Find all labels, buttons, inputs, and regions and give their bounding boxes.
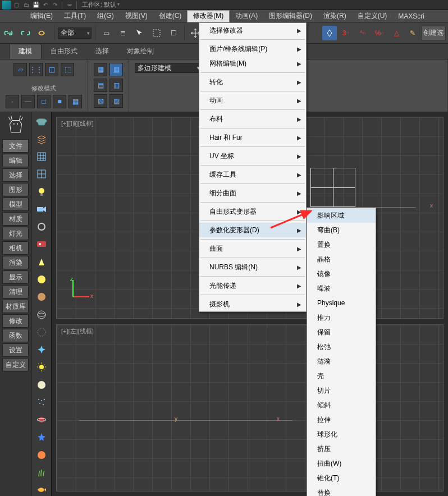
star-icon[interactable] (35, 431, 48, 443)
deformer-保留[interactable]: 保留 (307, 325, 376, 339)
menu-render[interactable]: 渲染(R) (318, 10, 352, 22)
leftpanel-灯光[interactable]: 灯光 (2, 227, 29, 240)
angle-snap-pct-icon[interactable]: %∩ (372, 26, 387, 40)
leftpanel-选择[interactable]: 选择 (2, 168, 29, 182)
link-icon[interactable]: ⫘ (65, 1, 74, 9)
workspace-dropdown-icon[interactable]: ▾ (117, 2, 124, 8)
modmenu-摄影机[interactable]: 摄影机▶ (199, 297, 306, 311)
deformer-壳[interactable]: 壳 (307, 369, 376, 383)
menu-views[interactable]: 视图(V) (120, 10, 153, 22)
leftpanel-渲染[interactable]: 渲染 (2, 256, 29, 269)
grass-icon[interactable] (35, 466, 48, 478)
viewport-left[interactable]: [+][左][线框] x y (56, 324, 444, 492)
modmenu-Hair 和 Fur[interactable]: Hair 和 Fur▶ (199, 130, 306, 145)
deformer-置换[interactable]: 置换 (307, 237, 376, 252)
menu-create[interactable]: 创建(C) (153, 10, 188, 22)
leftpanel-材质[interactable]: 材质 (2, 212, 29, 226)
modmenu-参数化变形器(D)[interactable]: 参数化变形器(D)▶ (199, 223, 306, 237)
menu-group[interactable]: 组(G) (92, 10, 119, 22)
grid-f-icon[interactable]: ▨ (109, 94, 123, 108)
tab-objpaint[interactable]: 对象绘制 (118, 44, 163, 59)
deformer-扭曲(W)[interactable]: 扭曲(W) (307, 456, 376, 471)
leftpanel-自定义[interactable]: 自定义 (2, 358, 29, 371)
cursor-icon[interactable] (132, 26, 147, 40)
sub-el-icon[interactable]: ▦ (68, 95, 82, 108)
sphere-cream-icon[interactable] (35, 379, 48, 391)
deformer-推力[interactable]: 推力 (307, 310, 376, 325)
selection-set-combo[interactable]: 全部 (58, 27, 92, 39)
tab-select[interactable]: 选择 (86, 44, 118, 59)
leftpanel-清理[interactable]: 清理 (2, 285, 29, 298)
deformer-锥化(T)[interactable]: 锥化(T) (307, 471, 376, 485)
leftpanel-模型[interactable]: 模型 (2, 198, 29, 211)
record-icon[interactable] (35, 238, 48, 250)
poly-edge-icon[interactable]: ▱ (13, 63, 27, 76)
modmenu-选择修改器[interactable]: 选择修改器▶ (199, 23, 306, 38)
deformer-替换[interactable]: 替换 (307, 485, 376, 496)
angle-snap-3-icon[interactable]: 3∩ (338, 26, 354, 40)
deformer-切片[interactable]: 切片 (307, 383, 376, 398)
modmenu-曲面[interactable]: 曲面▶ (199, 241, 306, 256)
leftpanel-文件[interactable]: 文件 (2, 139, 29, 153)
leftpanel-设置[interactable]: 设置 (2, 343, 29, 357)
leftpanel-编辑[interactable]: 编辑 (2, 154, 29, 167)
undo-icon[interactable]: ↶ (41, 1, 49, 9)
save-icon[interactable]: 💾 (31, 1, 40, 9)
angle-snap-tri-icon[interactable]: △ (388, 26, 404, 40)
leftpanel-修改[interactable]: 修改 (2, 314, 29, 328)
modmenu-自由形式变形器[interactable]: 自由形式变形器▶ (199, 204, 306, 219)
create-panel-button[interactable]: 创建选 (421, 26, 446, 40)
grid-small-icon[interactable] (35, 151, 48, 163)
deformer-影响区域[interactable]: 影响区域 (307, 208, 376, 223)
modmenu-细分曲面[interactable]: 细分曲面▶ (199, 186, 306, 200)
deformer-Physique[interactable]: Physique (307, 296, 376, 310)
edit-named-icon[interactable]: ✎ (405, 26, 420, 40)
deformer-挤压[interactable]: 挤压 (307, 442, 376, 456)
fish-icon[interactable] (35, 484, 48, 496)
app-logo[interactable] (2, 1, 11, 10)
sphere-wire-icon[interactable] (35, 309, 48, 320)
sub-e-icon[interactable]: — (21, 95, 35, 108)
camera-icon[interactable] (35, 203, 48, 215)
modmenu-面片/样条线编辑(P)[interactable]: 面片/样条线编辑(P)▶ (199, 42, 306, 56)
link-objects-icon[interactable] (2, 26, 17, 40)
bind-icon[interactable] (36, 26, 51, 40)
select-by-name-icon[interactable]: ≣ (116, 26, 130, 40)
deformer-松弛[interactable]: 松弛 (307, 339, 376, 354)
deformer-倾斜[interactable]: 倾斜 (307, 398, 376, 412)
leftpanel-图形[interactable]: 图形 (2, 183, 29, 196)
unlink-icon[interactable] (19, 26, 34, 40)
grid-large-icon[interactable] (35, 168, 48, 180)
planet-icon[interactable] (35, 414, 48, 426)
modmenu-UV 坐标[interactable]: UV 坐标▶ (199, 149, 306, 163)
sub-p-icon[interactable]: ■ (53, 95, 66, 108)
leftpanel-材质库[interactable]: 材质库 (2, 300, 29, 313)
window-select-icon[interactable]: ☐ (166, 26, 181, 40)
sphere-yellow-icon[interactable] (35, 273, 48, 285)
select-object-icon[interactable]: ▭ (99, 26, 113, 40)
tab-freeform[interactable]: 自由形式 (42, 44, 86, 59)
redo-icon[interactable]: ↷ (51, 1, 59, 9)
sphere-brown-icon[interactable] (35, 291, 48, 303)
grid-b-icon[interactable]: ▦ (109, 63, 123, 76)
snap-toggle-icon[interactable] (322, 26, 337, 40)
modmenu-转化[interactable]: 转化▶ (199, 75, 306, 89)
sub-v-icon[interactable]: · (6, 95, 19, 108)
leftpanel-相机[interactable]: 相机 (2, 241, 29, 255)
sparkle-icon[interactable] (35, 343, 48, 355)
deformer-弯曲(B)[interactable]: 弯曲(B) (307, 223, 376, 237)
rect-select-icon[interactable] (149, 26, 164, 40)
spotlight-icon[interactable] (35, 256, 48, 268)
grid-a-icon[interactable]: ▦ (94, 63, 107, 76)
menu-maxscript[interactable]: MAXScri (392, 10, 430, 22)
angle-snap-a-icon[interactable]: ᴬ∩ (355, 26, 371, 40)
grid-c-icon[interactable]: ▤ (94, 79, 107, 92)
open-file-icon[interactable]: 🗀 (22, 1, 30, 9)
modmenu-NURBS 编辑(N)[interactable]: NURBS 编辑(N)▶ (199, 260, 306, 274)
menu-customize[interactable]: 自定义(U) (352, 10, 393, 22)
menu-tools[interactable]: 工具(T) (58, 10, 92, 22)
leftpanel-显示[interactable]: 显示 (2, 270, 29, 284)
deformer-镜像[interactable]: 镜像 (307, 267, 376, 281)
leftpanel-函数[interactable]: 函数 (2, 329, 29, 342)
sphere-orange-icon[interactable] (35, 449, 48, 461)
